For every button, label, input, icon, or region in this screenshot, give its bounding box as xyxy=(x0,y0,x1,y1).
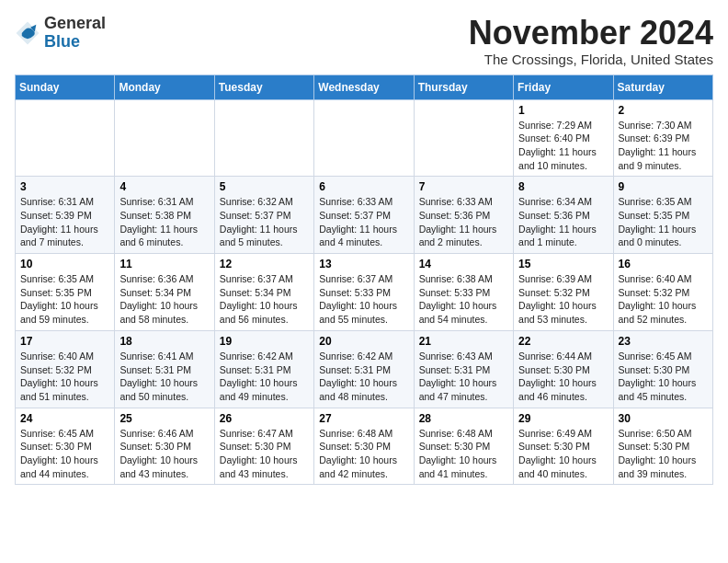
day-content: Sunrise: 6:40 AM Sunset: 5:32 PM Dayligh… xyxy=(619,272,708,327)
day-number: 4 xyxy=(119,180,209,193)
weekday-header: Saturday xyxy=(613,75,712,99)
day-content: Sunrise: 6:46 AM Sunset: 5:30 PM Dayligh… xyxy=(119,427,209,481)
day-content: Sunrise: 7:29 AM Sunset: 6:40 PM Dayligh… xyxy=(518,119,608,173)
calendar-cell: 19Sunrise: 6:42 AM Sunset: 5:31 PM Dayli… xyxy=(214,330,313,408)
day-content: Sunrise: 6:37 AM Sunset: 5:34 PM Dayligh… xyxy=(220,272,309,327)
day-content: Sunrise: 6:31 AM Sunset: 5:38 PM Dayligh… xyxy=(119,195,209,249)
calendar-cell: 24Sunrise: 6:45 AM Sunset: 5:30 PM Dayli… xyxy=(16,408,115,485)
day-content: Sunrise: 6:42 AM Sunset: 5:31 PM Dayligh… xyxy=(319,350,408,404)
day-content: Sunrise: 6:40 AM Sunset: 5:32 PM Dayligh… xyxy=(20,350,109,404)
weekday-header: Sunday xyxy=(16,75,115,99)
calendar-cell: 18Sunrise: 6:41 AM Sunset: 5:31 PM Dayli… xyxy=(115,330,214,408)
weekday-header: Tuesday xyxy=(214,75,313,99)
page-header: General Blue November 2024 The Crossings… xyxy=(15,15,713,67)
calendar-cell: 30Sunrise: 6:50 AM Sunset: 5:30 PM Dayli… xyxy=(613,408,712,485)
day-content: Sunrise: 6:49 AM Sunset: 5:30 PM Dayligh… xyxy=(518,427,608,481)
calendar-cell: 8Sunrise: 6:34 AM Sunset: 5:36 PM Daylig… xyxy=(514,177,613,254)
calendar-cell: 26Sunrise: 6:47 AM Sunset: 5:30 PM Dayli… xyxy=(214,408,313,485)
calendar-cell: 29Sunrise: 6:49 AM Sunset: 5:30 PM Dayli… xyxy=(514,408,613,485)
logo-icon xyxy=(15,20,40,46)
day-number: 28 xyxy=(419,412,508,425)
day-content: Sunrise: 6:45 AM Sunset: 5:30 PM Dayligh… xyxy=(20,427,109,481)
day-number: 22 xyxy=(518,335,608,348)
calendar-week-row: 24Sunrise: 6:45 AM Sunset: 5:30 PM Dayli… xyxy=(16,408,713,485)
calendar-cell: 6Sunrise: 6:33 AM Sunset: 5:37 PM Daylig… xyxy=(314,177,414,254)
day-content: Sunrise: 6:34 AM Sunset: 5:36 PM Dayligh… xyxy=(518,195,608,249)
day-number: 5 xyxy=(220,180,309,193)
calendar-cell: 11Sunrise: 6:36 AM Sunset: 5:34 PM Dayli… xyxy=(115,254,214,331)
day-number: 29 xyxy=(518,412,608,425)
logo-general-text: General xyxy=(44,14,106,32)
day-number: 30 xyxy=(619,412,708,425)
day-number: 7 xyxy=(419,180,508,193)
day-content: Sunrise: 6:48 AM Sunset: 5:30 PM Dayligh… xyxy=(419,427,508,481)
day-content: Sunrise: 6:44 AM Sunset: 5:30 PM Dayligh… xyxy=(518,350,608,404)
calendar-cell: 27Sunrise: 6:48 AM Sunset: 5:30 PM Dayli… xyxy=(314,408,414,485)
day-number: 18 xyxy=(119,335,209,348)
calendar-week-row: 10Sunrise: 6:35 AM Sunset: 5:35 PM Dayli… xyxy=(16,254,713,331)
day-content: Sunrise: 6:38 AM Sunset: 5:33 PM Dayligh… xyxy=(419,272,508,327)
day-content: Sunrise: 6:48 AM Sunset: 5:30 PM Dayligh… xyxy=(319,427,408,481)
day-number: 12 xyxy=(220,258,309,270)
day-number: 19 xyxy=(220,335,309,348)
day-number: 15 xyxy=(518,258,608,270)
calendar-header-row: SundayMondayTuesdayWednesdayThursdayFrid… xyxy=(16,75,713,99)
day-content: Sunrise: 6:35 AM Sunset: 5:35 PM Dayligh… xyxy=(20,272,109,327)
weekday-header: Wednesday xyxy=(314,75,414,99)
calendar-cell xyxy=(214,99,313,177)
calendar-cell: 21Sunrise: 6:43 AM Sunset: 5:31 PM Dayli… xyxy=(414,330,513,408)
calendar-cell: 14Sunrise: 6:38 AM Sunset: 5:33 PM Dayli… xyxy=(414,254,513,331)
calendar-cell xyxy=(16,99,115,177)
calendar-cell: 17Sunrise: 6:40 AM Sunset: 5:32 PM Dayli… xyxy=(16,330,115,408)
day-number: 10 xyxy=(20,258,109,270)
calendar-cell xyxy=(115,99,214,177)
day-content: Sunrise: 6:37 AM Sunset: 5:33 PM Dayligh… xyxy=(319,272,408,327)
calendar-cell: 20Sunrise: 6:42 AM Sunset: 5:31 PM Dayli… xyxy=(314,330,414,408)
month-title: November 2024 xyxy=(469,15,713,52)
location-subtitle: The Crossings, Florida, United States xyxy=(469,52,713,67)
weekday-header: Thursday xyxy=(414,75,513,99)
day-number: 20 xyxy=(319,335,408,348)
weekday-header: Monday xyxy=(115,75,214,99)
calendar-cell: 12Sunrise: 6:37 AM Sunset: 5:34 PM Dayli… xyxy=(214,254,313,331)
day-content: Sunrise: 7:30 AM Sunset: 6:39 PM Dayligh… xyxy=(619,119,708,173)
calendar-cell: 16Sunrise: 6:40 AM Sunset: 5:32 PM Dayli… xyxy=(613,254,712,331)
calendar-cell: 13Sunrise: 6:37 AM Sunset: 5:33 PM Dayli… xyxy=(314,254,414,331)
calendar-cell: 1Sunrise: 7:29 AM Sunset: 6:40 PM Daylig… xyxy=(514,99,613,177)
day-number: 2 xyxy=(619,104,708,117)
day-content: Sunrise: 6:33 AM Sunset: 5:36 PM Dayligh… xyxy=(419,195,508,249)
day-content: Sunrise: 6:35 AM Sunset: 5:35 PM Dayligh… xyxy=(619,195,708,249)
logo-blue-text: Blue xyxy=(44,32,80,51)
calendar-cell: 3Sunrise: 6:31 AM Sunset: 5:39 PM Daylig… xyxy=(16,177,115,254)
day-content: Sunrise: 6:42 AM Sunset: 5:31 PM Dayligh… xyxy=(220,350,309,404)
day-number: 16 xyxy=(619,258,708,270)
day-number: 26 xyxy=(220,412,309,425)
day-content: Sunrise: 6:39 AM Sunset: 5:32 PM Dayligh… xyxy=(518,272,608,327)
calendar-cell: 4Sunrise: 6:31 AM Sunset: 5:38 PM Daylig… xyxy=(115,177,214,254)
day-number: 23 xyxy=(619,335,708,348)
day-content: Sunrise: 6:47 AM Sunset: 5:30 PM Dayligh… xyxy=(220,427,309,481)
day-content: Sunrise: 6:45 AM Sunset: 5:30 PM Dayligh… xyxy=(619,350,708,404)
weekday-header: Friday xyxy=(514,75,613,99)
calendar-cell: 9Sunrise: 6:35 AM Sunset: 5:35 PM Daylig… xyxy=(613,177,712,254)
day-number: 11 xyxy=(119,258,209,270)
calendar-cell: 25Sunrise: 6:46 AM Sunset: 5:30 PM Dayli… xyxy=(115,408,214,485)
title-block: November 2024 The Crossings, Florida, Un… xyxy=(469,15,713,67)
day-number: 27 xyxy=(319,412,408,425)
day-content: Sunrise: 6:50 AM Sunset: 5:30 PM Dayligh… xyxy=(619,427,708,481)
calendar-cell: 22Sunrise: 6:44 AM Sunset: 5:30 PM Dayli… xyxy=(514,330,613,408)
day-number: 9 xyxy=(619,180,708,193)
calendar-cell: 28Sunrise: 6:48 AM Sunset: 5:30 PM Dayli… xyxy=(414,408,513,485)
day-number: 21 xyxy=(419,335,508,348)
calendar-cell xyxy=(314,99,414,177)
day-number: 1 xyxy=(518,104,608,117)
calendar-cell: 15Sunrise: 6:39 AM Sunset: 5:32 PM Dayli… xyxy=(514,254,613,331)
day-content: Sunrise: 6:43 AM Sunset: 5:31 PM Dayligh… xyxy=(419,350,508,404)
calendar-cell: 10Sunrise: 6:35 AM Sunset: 5:35 PM Dayli… xyxy=(16,254,115,331)
day-content: Sunrise: 6:32 AM Sunset: 5:37 PM Dayligh… xyxy=(220,195,309,249)
day-number: 13 xyxy=(319,258,408,270)
calendar-cell: 5Sunrise: 6:32 AM Sunset: 5:37 PM Daylig… xyxy=(214,177,313,254)
logo: General Blue xyxy=(15,15,106,52)
calendar-cell: 7Sunrise: 6:33 AM Sunset: 5:36 PM Daylig… xyxy=(414,177,513,254)
day-number: 25 xyxy=(119,412,209,425)
